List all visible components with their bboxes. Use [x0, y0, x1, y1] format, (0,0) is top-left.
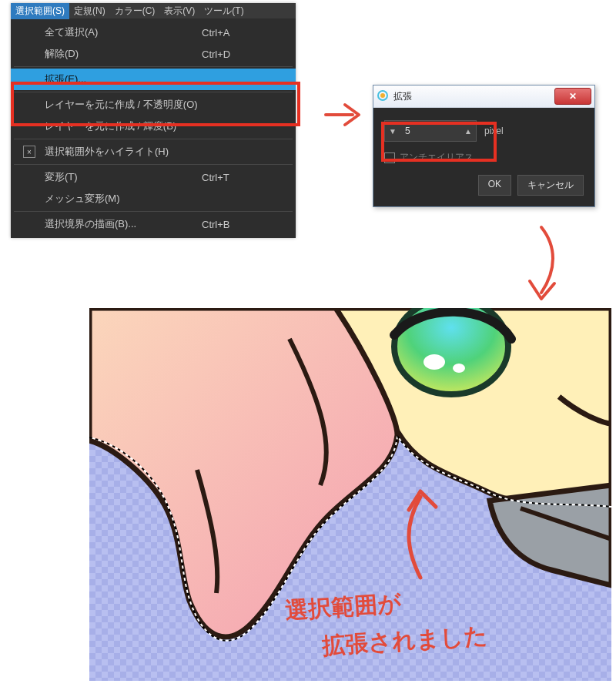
menu-item-mesh-transform[interactable]: メッシュ変形(M) — [11, 188, 296, 209]
canvas-preview — [89, 308, 611, 681]
menu-item-deselect[interactable]: 解除(D) Ctrl+D — [11, 43, 296, 65]
menu-tool[interactable]: ツール(T) — [199, 3, 248, 19]
unit-label: pixel — [484, 126, 504, 136]
menu-separator — [14, 211, 293, 212]
menu-item-label: レイヤーを元に作成 / 輝度(B) — [45, 119, 176, 133]
menu-item-label: 全て選択(A) — [45, 25, 98, 39]
menu-selection[interactable]: 選択範囲(S) — [11, 3, 69, 19]
menu-ruler[interactable]: 定規(N) — [69, 3, 110, 19]
menu-item-select-all[interactable]: 全て選択(A) Ctrl+A — [11, 22, 296, 43]
menu-item-expand[interactable]: 拡張(E)... — [11, 69, 296, 90]
menu-item-from-layer-brightness[interactable]: レイヤーを元に作成 / 輝度(B) — [11, 116, 296, 137]
close-button[interactable]: ✕ — [554, 88, 591, 105]
svg-point-7 — [424, 354, 445, 370]
menu-item-label: 選択境界の描画(B)... — [45, 217, 136, 231]
menu-item-highlight-outside[interactable]: × 選択範囲外をハイライト(H) — [11, 141, 296, 163]
checkbox-icon: × — [23, 146, 35, 158]
menu-color[interactable]: カラー(C) — [110, 3, 160, 19]
menu-separator — [14, 139, 293, 139]
menu-item-from-layer-opacity[interactable]: レイヤーを元に作成 / 不透明度(O) — [11, 94, 296, 116]
menu-body: 全て選択(A) Ctrl+A 解除(D) Ctrl+D 拡張(E)... レイヤ… — [11, 18, 296, 238]
svg-point-8 — [453, 364, 465, 373]
svg-point-1 — [380, 93, 385, 98]
increment-icon[interactable]: ▲ — [460, 127, 476, 136]
menu-separator — [14, 66, 293, 67]
annotation-arrow-icon — [322, 96, 368, 134]
menu-item-transform[interactable]: 変形(T) Ctrl+T — [11, 166, 296, 188]
close-icon: ✕ — [569, 91, 577, 102]
menu-item-shortcut: Ctrl+T — [202, 172, 229, 183]
decrement-icon[interactable]: ▼ — [385, 127, 400, 136]
ok-button[interactable]: OK — [478, 175, 511, 196]
menu-item-draw-selection-border[interactable]: 選択境界の描画(B)... Ctrl+B — [11, 213, 296, 235]
expand-dialog: 拡張 ✕ ▼ 5 ▲ pixel アンチエイリアス OK キャンセル — [373, 85, 595, 207]
menu-view[interactable]: 表示(V) — [159, 3, 199, 19]
menu-item-shortcut: Ctrl+A — [202, 27, 229, 39]
menu-item-label: 変形(T) — [45, 170, 78, 184]
menu-item-shortcut: Ctrl+D — [202, 49, 230, 60]
expand-amount-spinner[interactable]: ▼ 5 ▲ — [384, 120, 477, 142]
annotation-arrow-icon — [514, 223, 568, 308]
menu-item-label: レイヤーを元に作成 / 不透明度(O) — [45, 98, 198, 112]
menu-bar: 選択範囲(S) 定規(N) カラー(C) 表示(V) ツール(T) — [11, 3, 296, 18]
menu-item-label: 拡張(E)... — [45, 72, 86, 86]
antialias-checkbox[interactable] — [384, 152, 395, 163]
menu-item-shortcut: Ctrl+B — [202, 219, 229, 230]
dialog-titlebar: 拡張 ✕ — [373, 85, 594, 108]
menu-separator — [14, 164, 293, 165]
menu-item-label: 解除(D) — [45, 47, 79, 61]
cancel-button[interactable]: キャンセル — [517, 175, 584, 196]
selection-menu-dropdown: 選択範囲(S) 定規(N) カラー(C) 表示(V) ツール(T) 全て選択(A… — [11, 3, 296, 238]
dialog-body: ▼ 5 ▲ pixel アンチエイリアス OK キャンセル — [373, 108, 594, 206]
menu-separator — [14, 92, 293, 92]
menu-item-label: 選択範囲外をハイライト(H) — [45, 145, 169, 159]
antialias-label: アンチエイリアス — [400, 151, 474, 164]
dialog-title: 拡張 — [393, 90, 412, 103]
app-icon — [377, 89, 389, 104]
menu-item-label: メッシュ変形(M) — [45, 192, 120, 206]
expand-amount-value: 5 — [400, 126, 460, 136]
